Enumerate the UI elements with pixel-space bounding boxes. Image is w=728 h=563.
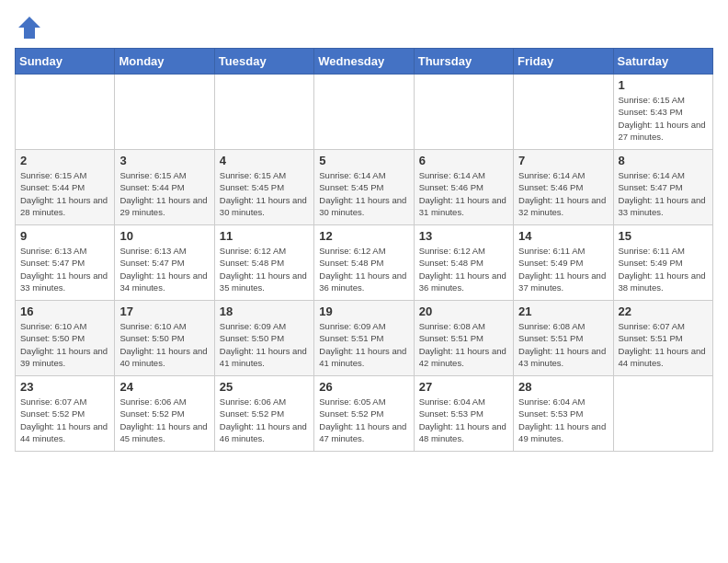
day-number: 16 [20,304,109,318]
calendar-cell: 28Sunrise: 6:04 AM Sunset: 5:53 PM Dayli… [514,376,613,452]
day-number: 12 [319,229,408,243]
day-info: Sunrise: 6:12 AM Sunset: 5:48 PM Dayligh… [419,245,508,293]
calendar-cell: 19Sunrise: 6:09 AM Sunset: 5:51 PM Dayli… [314,301,414,376]
calendar-cell: 21Sunrise: 6:08 AM Sunset: 5:51 PM Dayli… [514,301,613,376]
day-info: Sunrise: 6:14 AM Sunset: 5:46 PM Dayligh… [518,169,608,218]
day-number: 22 [619,304,708,318]
calendar-table: SundayMondayTuesdayWednesdayThursdayFrid… [15,48,713,452]
header-monday: Monday [115,49,214,75]
calendar-cell [414,75,513,150]
calendar-cell: 25Sunrise: 6:06 AM Sunset: 5:52 PM Dayli… [214,376,313,452]
calendar-cell: 11Sunrise: 6:12 AM Sunset: 5:48 PM Dayli… [214,225,313,301]
day-info: Sunrise: 6:06 AM Sunset: 5:52 PM Dayligh… [220,396,309,444]
header-sunday: Sunday [16,49,115,75]
calendar-cell: 27Sunrise: 6:04 AM Sunset: 5:53 PM Dayli… [414,376,513,452]
week-row-5: 23Sunrise: 6:07 AM Sunset: 5:52 PM Dayli… [16,376,713,452]
day-info: Sunrise: 6:04 AM Sunset: 5:53 PM Dayligh… [419,396,508,444]
day-info: Sunrise: 6:09 AM Sunset: 5:51 PM Dayligh… [319,320,408,369]
calendar-cell: 9Sunrise: 6:13 AM Sunset: 5:47 PM Daylig… [16,225,115,301]
calendar-cell [514,75,613,150]
day-number: 28 [518,380,608,394]
calendar-cell: 14Sunrise: 6:11 AM Sunset: 5:49 PM Dayli… [514,225,613,301]
day-info: Sunrise: 6:14 AM Sunset: 5:45 PM Dayligh… [319,169,408,218]
calendar-cell: 2Sunrise: 6:15 AM Sunset: 5:44 PM Daylig… [16,150,115,225]
day-number: 25 [220,380,309,394]
day-info: Sunrise: 6:15 AM Sunset: 5:43 PM Dayligh… [619,94,708,143]
week-row-3: 9Sunrise: 6:13 AM Sunset: 5:47 PM Daylig… [16,225,713,301]
day-number: 11 [220,229,309,243]
day-info: Sunrise: 6:07 AM Sunset: 5:51 PM Dayligh… [619,320,708,369]
day-number: 26 [319,380,408,394]
calendar-cell [16,75,115,150]
day-info: Sunrise: 6:15 AM Sunset: 5:44 PM Dayligh… [20,169,109,218]
calendar-cell: 13Sunrise: 6:12 AM Sunset: 5:48 PM Dayli… [414,225,513,301]
calendar-cell: 3Sunrise: 6:15 AM Sunset: 5:44 PM Daylig… [115,150,214,225]
day-info: Sunrise: 6:15 AM Sunset: 5:44 PM Dayligh… [119,169,209,218]
calendar-cell: 20Sunrise: 6:08 AM Sunset: 5:51 PM Dayli… [414,301,513,376]
calendar-cell: 10Sunrise: 6:13 AM Sunset: 5:47 PM Dayli… [115,225,214,301]
day-number: 2 [20,154,109,167]
day-number: 23 [20,380,109,394]
day-info: Sunrise: 6:15 AM Sunset: 5:45 PM Dayligh… [220,169,309,218]
calendar-cell [115,75,214,150]
day-info: Sunrise: 6:11 AM Sunset: 5:49 PM Dayligh… [518,245,608,293]
calendar-cell: 1Sunrise: 6:15 AM Sunset: 5:43 PM Daylig… [613,75,712,150]
day-number: 9 [20,229,109,243]
day-info: Sunrise: 6:11 AM Sunset: 5:49 PM Dayligh… [619,245,708,293]
day-info: Sunrise: 6:06 AM Sunset: 5:52 PM Dayligh… [119,396,209,444]
day-number: 18 [220,304,309,318]
day-info: Sunrise: 6:14 AM Sunset: 5:46 PM Dayligh… [419,169,508,218]
logo [15,15,42,40]
calendar-cell [314,75,414,150]
header-thursday: Thursday [414,49,513,75]
day-number: 5 [319,154,408,167]
day-number: 8 [619,154,708,167]
day-number: 21 [518,304,608,318]
day-number: 6 [419,154,508,167]
calendar-cell: 6Sunrise: 6:14 AM Sunset: 5:46 PM Daylig… [414,150,513,225]
logo-icon [17,15,42,40]
header-friday: Friday [514,49,613,75]
calendar-cell [613,376,712,452]
day-number: 17 [119,304,209,318]
calendar-cell: 17Sunrise: 6:10 AM Sunset: 5:50 PM Dayli… [115,301,214,376]
day-info: Sunrise: 6:10 AM Sunset: 5:50 PM Dayligh… [119,320,209,369]
day-info: Sunrise: 6:12 AM Sunset: 5:48 PM Dayligh… [220,245,309,293]
calendar-cell: 24Sunrise: 6:06 AM Sunset: 5:52 PM Dayli… [115,376,214,452]
calendar-cell: 12Sunrise: 6:12 AM Sunset: 5:48 PM Dayli… [314,225,414,301]
day-number: 24 [119,380,209,394]
header-saturday: Saturday [613,49,712,75]
day-number: 27 [419,380,508,394]
day-number: 10 [119,229,209,243]
day-number: 7 [518,154,608,167]
day-number: 1 [619,78,708,92]
day-info: Sunrise: 6:07 AM Sunset: 5:52 PM Dayligh… [20,396,109,444]
header-wednesday: Wednesday [314,49,414,75]
day-number: 4 [220,154,309,167]
day-info: Sunrise: 6:05 AM Sunset: 5:52 PM Dayligh… [319,396,408,444]
day-info: Sunrise: 6:13 AM Sunset: 5:47 PM Dayligh… [20,245,109,293]
day-number: 19 [319,304,408,318]
day-info: Sunrise: 6:09 AM Sunset: 5:50 PM Dayligh… [220,320,309,369]
day-info: Sunrise: 6:13 AM Sunset: 5:47 PM Dayligh… [119,245,209,293]
calendar-cell: 15Sunrise: 6:11 AM Sunset: 5:49 PM Dayli… [613,225,712,301]
day-info: Sunrise: 6:14 AM Sunset: 5:47 PM Dayligh… [619,169,708,218]
calendar-cell: 7Sunrise: 6:14 AM Sunset: 5:46 PM Daylig… [514,150,613,225]
day-number: 14 [518,229,608,243]
calendar-cell: 16Sunrise: 6:10 AM Sunset: 5:50 PM Dayli… [16,301,115,376]
day-info: Sunrise: 6:12 AM Sunset: 5:48 PM Dayligh… [319,245,408,293]
day-info: Sunrise: 6:04 AM Sunset: 5:53 PM Dayligh… [518,396,608,444]
calendar-cell: 26Sunrise: 6:05 AM Sunset: 5:52 PM Dayli… [314,376,414,452]
calendar-cell: 4Sunrise: 6:15 AM Sunset: 5:45 PM Daylig… [214,150,313,225]
calendar-header-row: SundayMondayTuesdayWednesdayThursdayFrid… [16,49,713,75]
day-info: Sunrise: 6:08 AM Sunset: 5:51 PM Dayligh… [419,320,508,369]
day-info: Sunrise: 6:08 AM Sunset: 5:51 PM Dayligh… [518,320,608,369]
calendar-cell: 18Sunrise: 6:09 AM Sunset: 5:50 PM Dayli… [214,301,313,376]
header-tuesday: Tuesday [214,49,313,75]
header [15,15,713,40]
calendar-cell: 8Sunrise: 6:14 AM Sunset: 5:47 PM Daylig… [613,150,712,225]
calendar-cell: 5Sunrise: 6:14 AM Sunset: 5:45 PM Daylig… [314,150,414,225]
week-row-2: 2Sunrise: 6:15 AM Sunset: 5:44 PM Daylig… [16,150,713,225]
day-info: Sunrise: 6:10 AM Sunset: 5:50 PM Dayligh… [20,320,109,369]
day-number: 3 [119,154,209,167]
